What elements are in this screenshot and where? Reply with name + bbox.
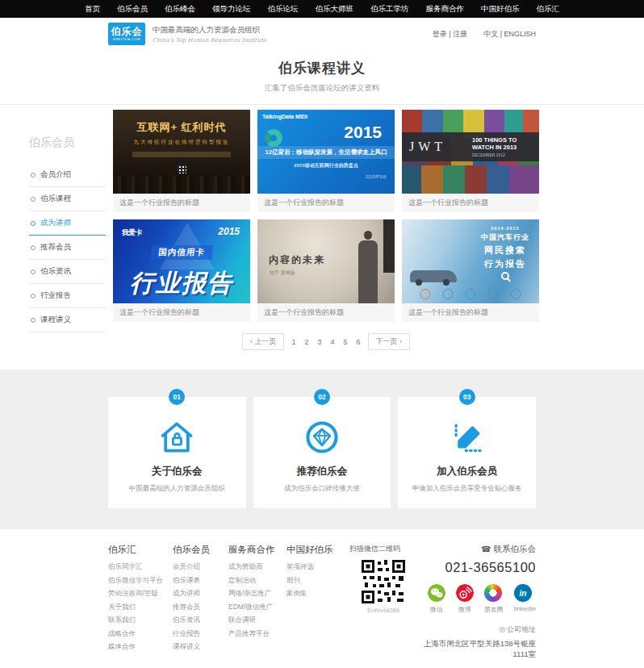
feature-about[interactable]: 01 关于伯乐会 中国最高端的人力资源会员组织 (108, 397, 246, 508)
page-number-3[interactable]: 3 (316, 338, 323, 346)
pagination: ‹ 上一页 1 2 3 4 5 6 下一页 › (113, 333, 539, 369)
feature-title: 关于伯乐会 (115, 465, 240, 478)
sidebar-item-lecture-notes[interactable]: 课程讲义 (29, 308, 106, 332)
sidebar-item-news[interactable]: 伯乐资讯 (29, 260, 106, 284)
page-number-6[interactable]: 6 (355, 338, 362, 346)
footer-link[interactable]: 定制活动 (228, 576, 286, 586)
report-card[interactable]: JWT 100 THINGS TO WATCH IN 2013 DECEMBER… (402, 110, 539, 212)
nav-item-china-good-bole[interactable]: 中国好伯乐 (481, 4, 520, 15)
nav-item-vendor-partnership[interactable]: 服务商合作 (426, 4, 465, 15)
location-icon: ◎ (499, 625, 505, 633)
footer-link[interactable]: 媒体合作 (108, 642, 173, 652)
report-caption: 这是一个行业报告的标题 (257, 194, 395, 212)
linkedin-link[interactable]: in linkedin (514, 584, 536, 614)
bullet-circle-icon (31, 197, 36, 202)
footer-link[interactable]: 产品推荐平台 (228, 629, 286, 639)
footer-link[interactable]: 案例集 (286, 589, 333, 599)
qr-code-image (362, 560, 405, 603)
next-page-button[interactable]: 下一页 › (368, 333, 411, 350)
site-logo[interactable]: 伯乐会 ENFOVIA.COM (108, 23, 145, 45)
contact-block: ☎联系伯乐会 021-36565100 微信 (417, 544, 536, 660)
report-card[interactable]: 我爱卡 2015 国内信用卡 行业报告 这是一个行业报告的标题 (113, 219, 250, 322)
footer-link[interactable]: 课程讲义 (173, 642, 228, 652)
car-illustration (410, 270, 457, 282)
footer-link[interactable]: 期刊 (286, 576, 333, 586)
thumb-brand: TalkingData MIDI (262, 114, 307, 119)
thumb-years: 2014-2015 (481, 226, 529, 231)
footer-link[interactable]: 伯乐课表 (173, 576, 228, 586)
bullet-circle-icon (31, 221, 36, 226)
footer-link[interactable]: 战略合作 (108, 629, 173, 639)
nav-item-members[interactable]: 伯乐会员 (117, 4, 148, 15)
footer-link[interactable]: 会员介绍 (173, 562, 228, 572)
report-card[interactable]: TalkingData MIDI 2015 12亿背后：移动纵深发展，生活需求走… (257, 110, 395, 212)
footer-link[interactable]: 联系我们 (108, 616, 173, 625)
nav-item-bole-hui[interactable]: 伯乐汇 (537, 4, 560, 15)
tagline-cn: 中国最高端的人力资源会员组织 (153, 25, 266, 35)
thumb-title: 中国汽车行业 (481, 232, 529, 243)
page-number-2[interactable]: 2 (303, 338, 310, 346)
footer-link[interactable]: 奖项评选 (286, 562, 333, 572)
weibo-link[interactable]: 微博 (456, 584, 474, 614)
page-number-4[interactable]: 4 (329, 338, 337, 346)
qr-label: 扫描微信二维码 (349, 544, 417, 554)
footer-link[interactable]: 联合调研 (228, 616, 286, 625)
footer-link[interactable]: 推荐会员 (173, 603, 228, 612)
thumb-subtitle: 知乎 黄继新 (270, 269, 295, 277)
report-thumbnail: 内容的未来 知乎 黄继新 (257, 219, 395, 303)
footer-link[interactable]: 关于我们 (108, 603, 173, 612)
feature-recommend[interactable]: 02 推荐伯乐会 成为伯乐会口碑传播大使 (253, 397, 391, 508)
nav-item-master-class[interactable]: 伯乐大师班 (316, 4, 354, 15)
footer-link[interactable]: 行业报告 (173, 629, 228, 639)
site-header: 伯乐会 ENFOVIA.COM 中国最高端的人力资源会员组织 China's T… (108, 18, 536, 50)
nav-item-summit[interactable]: 伯乐峰会 (165, 4, 195, 15)
feature-desc: 中国最高端的人力资源会员组织 (115, 484, 240, 494)
nav-item-workshop[interactable]: 伯乐工学坊 (370, 4, 409, 15)
sidebar-item-become-lecturer[interactable]: 成为讲师 (29, 211, 106, 236)
nav-item-home[interactable]: 首页 (85, 4, 100, 15)
site-footer: 伯乐汇 伯乐同学汇 伯乐微信学习平台 劳动法咨询/答疑 关于我们 联系我们 战略… (108, 529, 536, 668)
footer-link[interactable]: 成为讲师 (173, 589, 228, 599)
company-address: 上海市闸北区平型关路138号银座1111室 (417, 639, 536, 660)
feature-join[interactable]: 03 加入伯乐会员 申请加入伯乐会员享受专业贴心服务 (398, 397, 536, 508)
features-section: 01 关于伯乐会 中国最高端的人力资源会员组织 02 (0, 369, 644, 529)
sidebar: 伯乐会员 会员介绍 伯乐课程 成为讲师 推荐会员 伯乐资讯 行业报告 课程讲义 (29, 136, 106, 332)
footer-column-bole-hui: 伯乐汇 伯乐同学汇 伯乐微信学习平台 劳动法咨询/答疑 关于我们 联系我们 战略… (108, 544, 173, 660)
thumb-subtitle: 国内信用卡 (150, 245, 212, 260)
nav-item-forum[interactable]: 伯乐论坛 (268, 4, 299, 15)
prev-page-button[interactable]: ‹ 上一页 (242, 333, 285, 350)
language-switcher[interactable]: 中文 | ENGLISH (483, 29, 536, 40)
step-badge: 03 (459, 389, 475, 405)
sidebar-item-member-intro[interactable]: 会员介绍 (29, 163, 106, 187)
report-card[interactable]: 2014-2015 中国汽车行业 网民搜索 行为报告 这是一个行业报告的标题 (402, 219, 539, 322)
moments-link[interactable]: 朋友圈 (484, 584, 504, 614)
footer-link[interactable]: 伯乐资讯 (173, 616, 228, 625)
wechat-qr-block: 扫描微信二维码 Enfovia086 (349, 544, 417, 660)
top-nav: 首页 伯乐会员 伯乐峰会 领导力论坛 伯乐论坛 伯乐大师班 伯乐工学坊 服务商合… (0, 0, 644, 18)
report-card[interactable]: 互联网+ 红利时代 九大传统行业在线经济转型报告 这是一个行业报告的标题 (113, 110, 250, 212)
footer-link[interactable]: 成为赞助商 (228, 562, 286, 572)
contact-phone: 021-36565100 (417, 560, 536, 575)
footer-link[interactable]: EDM/微信推广 (228, 603, 286, 612)
bullet-circle-icon (31, 294, 36, 299)
footer-link[interactable]: 伯乐微信学习平台 (108, 576, 173, 586)
thumb-band (132, 152, 231, 157)
login-register-link[interactable]: 登录 | 注册 (433, 29, 467, 40)
report-thumbnail: 我爱卡 2015 国内信用卡 行业报告 (113, 219, 250, 303)
social-icons: 微信 微博 朋友圈 in (417, 584, 536, 614)
footer-link[interactable]: 网络/杂志推广 (228, 589, 286, 599)
footer-column-vendor: 服务商合作 成为赞助商 定制活动 网络/杂志推广 EDM/微信推广 联合调研 产… (228, 544, 286, 660)
footer-link[interactable]: 劳动法咨询/答疑 (108, 589, 173, 599)
page-number-5[interactable]: 5 (342, 338, 349, 346)
page-number-1[interactable]: 1 (290, 338, 297, 346)
bullet-circle-icon (31, 245, 36, 250)
wechat-link[interactable]: 微信 (428, 584, 445, 614)
bullet-circle-icon (31, 173, 36, 177)
report-card[interactable]: 内容的未来 知乎 黄继新 这是一个行业报告的标题 (257, 219, 395, 322)
footer-link[interactable]: 伯乐同学汇 (108, 562, 173, 572)
sidebar-title: 伯乐会员 (29, 136, 106, 150)
nav-item-leadership-forum[interactable]: 领导力论坛 (212, 4, 251, 15)
sidebar-item-industry-report[interactable]: 行业报告 (29, 284, 106, 308)
sidebar-item-recommend-member[interactable]: 推荐会员 (29, 236, 106, 260)
sidebar-item-courses[interactable]: 伯乐课程 (29, 187, 106, 211)
